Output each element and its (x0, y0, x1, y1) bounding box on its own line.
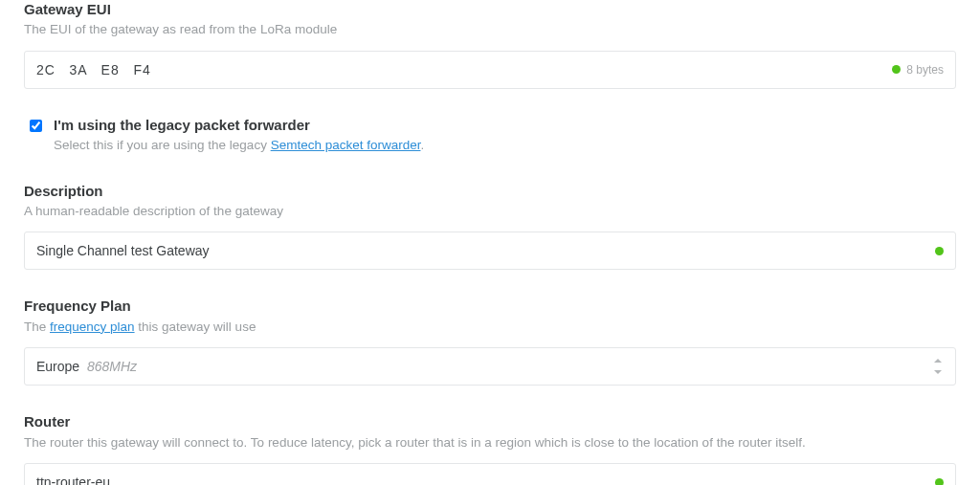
legacy-group: I'm using the legacy packet forwarder Se… (24, 116, 956, 155)
check-icon (935, 247, 944, 255)
router-label: Router (24, 412, 956, 431)
legacy-sub: Select this if you are using the legacy … (54, 136, 424, 155)
description-label: Description (24, 182, 956, 201)
gateway-eui-group: Gateway EUI The EUI of the gateway as re… (24, 0, 956, 89)
gateway-eui-sub: The EUI of the gateway as read from the … (24, 20, 956, 39)
semtech-link[interactable]: Semtech packet forwarder (271, 138, 421, 152)
gateway-eui-input[interactable] (36, 62, 884, 77)
router-group: Router The router this gateway will conn… (24, 412, 956, 485)
frequency-plan-sub: The frequency plan this gateway will use (24, 318, 956, 337)
gateway-eui-bytes: 8 bytes (906, 63, 944, 77)
description-input-wrap[interactable] (24, 231, 956, 270)
gateway-eui-label: Gateway EUI (24, 0, 956, 19)
chevron-updown-icon (932, 358, 944, 375)
description-group: Description A human-readable description… (24, 182, 956, 271)
gateway-eui-input-wrap[interactable]: 8 bytes (24, 51, 956, 89)
frequency-plan-label: Frequency Plan (24, 297, 956, 316)
description-sub: A human-readable description of the gate… (24, 202, 956, 221)
check-icon (935, 478, 944, 485)
frequency-plan-group: Frequency Plan The frequency plan this g… (24, 297, 956, 386)
legacy-checkbox[interactable] (30, 120, 42, 132)
frequency-plan-link[interactable]: frequency plan (50, 320, 135, 334)
check-icon (892, 65, 901, 74)
legacy-label: I'm using the legacy packet forwarder (54, 116, 424, 135)
frequency-plan-value: Europe 868MHz (36, 359, 924, 374)
router-select[interactable]: ttn-router-eu (24, 463, 956, 485)
router-value: ttn-router-eu (36, 474, 927, 485)
router-sub: The router this gateway will connect to.… (24, 433, 956, 452)
description-input[interactable] (36, 243, 927, 258)
frequency-plan-select[interactable]: Europe 868MHz (24, 347, 956, 386)
